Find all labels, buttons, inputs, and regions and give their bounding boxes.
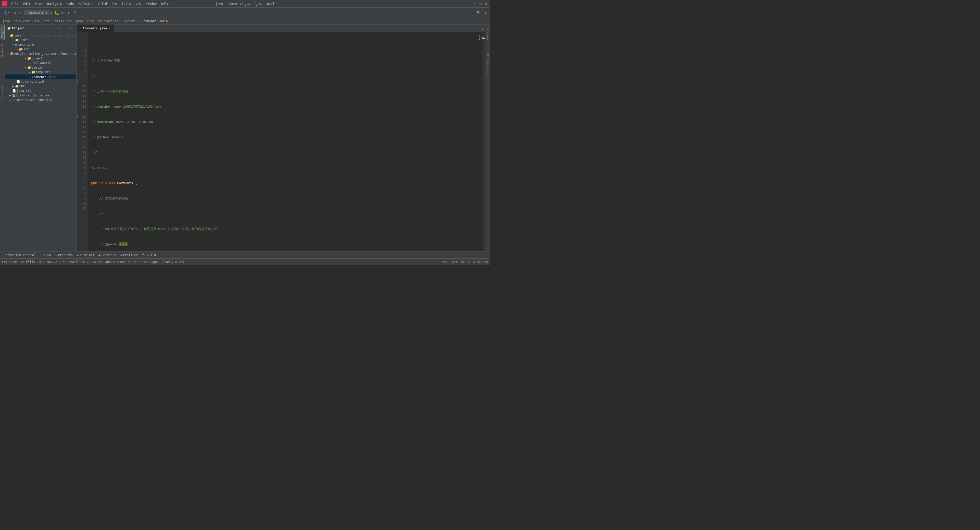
project-menu-icon[interactable]: ⚙ xyxy=(69,27,71,30)
tree-item-scratches[interactable]: ✏ Scratches and Consoles xyxy=(5,98,76,102)
run-button[interactable]: ▶ xyxy=(51,10,53,15)
tree-label-java-core: java-core xyxy=(18,43,34,46)
breadcrumb-main[interactable]: main xyxy=(161,19,168,23)
search-everywhere-button[interactable]: 🔍 xyxy=(475,10,482,16)
encoding[interactable]: UTF-8 xyxy=(461,260,470,264)
tree-arrow-icon6: ▾ xyxy=(24,57,26,60)
profiler-tab[interactable]: ◈ Profiler xyxy=(119,253,139,257)
line-numbers: 2 3 4 5 6 7 8 9▶ 10 11─ 12 13 14─ 15▶ 16… xyxy=(76,32,88,251)
indent-info[interactable]: 4 spaces xyxy=(473,260,488,264)
project-side-tab[interactable]: Project xyxy=(0,25,5,40)
breadcrumb-java-core[interactable]: java-core xyxy=(14,19,30,23)
tree-item-external-libs[interactable]: ▶ 📚 External Libraries xyxy=(5,93,76,98)
breadcrumb-foundational[interactable]: foundational xyxy=(98,19,120,23)
tab-bar: ☕ Comments.java ✕ ⋮ xyxy=(76,24,485,32)
run-gutter-icon[interactable]: ▶ xyxy=(77,78,79,84)
profile-button[interactable]: ◈ xyxy=(66,10,71,16)
services-tab[interactable]: ◉ Services xyxy=(97,253,118,257)
tab-label: Comments.java xyxy=(83,27,107,30)
build-button[interactable]: 🔨 xyxy=(72,10,79,16)
bookmarks-side-tab[interactable]: Bookmarks xyxy=(0,41,4,59)
breadcrumb-comments[interactable]: Comments xyxy=(142,19,157,23)
line-ending[interactable]: CRLF xyxy=(450,260,458,264)
menu-refactor[interactable]: Refactor xyxy=(76,2,95,6)
right-strip-spacer xyxy=(487,42,488,52)
tab-menu-icon[interactable]: ⋮ xyxy=(481,27,484,30)
back-button[interactable]: ◁ xyxy=(12,10,17,16)
maximize-button[interactable]: □ xyxy=(479,2,482,6)
tree-item-template[interactable]: ▾ 📁 template xyxy=(5,70,76,75)
app-logo: J xyxy=(2,1,7,6)
code-content[interactable]: // 文档注释的使用 /** * 三种Java注释的使用 * @author t… xyxy=(88,32,485,251)
vcs-button[interactable]: 👤 ▾ xyxy=(2,10,11,16)
breadcrumb-java2[interactable]: java xyxy=(75,19,83,23)
tree-item-comments[interactable]: ☕ Comments 源文件 xyxy=(5,75,76,79)
tree-item-java-core-iml[interactable]: 📄 java-core.iml xyxy=(5,79,76,84)
menu-navigate[interactable]: Navigate xyxy=(45,2,64,6)
tree-item-object[interactable]: ▾ 📁 object xyxy=(5,56,76,61)
tree-item-package[interactable]: ▾ 📦 net.ittimeline.java.core.foundationa… xyxy=(5,51,76,56)
line-12: 12 xyxy=(78,94,86,99)
tree-item-idea[interactable]: ▾ 📁 .idea xyxy=(5,38,76,42)
menu-file[interactable]: File xyxy=(9,2,21,6)
coverage-button[interactable]: ▶ xyxy=(60,10,65,16)
breadcrumb-syntax[interactable]: syntax xyxy=(124,19,135,23)
build-label: Build xyxy=(147,253,156,257)
close-button[interactable]: ✕ xyxy=(484,2,488,6)
tree-item-out[interactable]: ▶ 📁 out xyxy=(5,84,76,89)
menu-run[interactable]: Run xyxy=(110,2,119,6)
menu-window[interactable]: Window xyxy=(143,2,159,6)
project-panel: 📁 Project ▾ ⊙ ☰ ⇅ ⚙ ─ ▾ 📁 java D:\projec… xyxy=(5,24,76,251)
menu-vcs[interactable]: VCS xyxy=(134,2,143,6)
menu-build[interactable]: Build xyxy=(95,2,109,6)
minimize-button[interactable]: ─ xyxy=(473,2,477,6)
tree-item-syntax[interactable]: ▾ 📁 syntax xyxy=(5,65,76,70)
breadcrumb-java[interactable]: java xyxy=(3,19,10,23)
menu-code[interactable]: Code xyxy=(65,2,76,6)
locate-icon[interactable]: ⊙ xyxy=(58,27,60,30)
menu-help[interactable]: Help xyxy=(159,2,171,6)
menu-edit[interactable]: Edit xyxy=(21,2,33,6)
tree-icon-syntax: 📁 xyxy=(27,66,31,69)
structure-side-tab[interactable]: Structure xyxy=(0,84,4,102)
version-control-tab[interactable]: ⎇ Version Control xyxy=(2,253,37,257)
expand-icon[interactable]: ⇅ xyxy=(65,27,67,30)
run-config-selector[interactable]: ☕ Comments ▾ xyxy=(24,10,49,15)
code-editor[interactable]: 2 3 4 5 6 7 8 9▶ 10 11─ 12 13 14─ 15▶ 16… xyxy=(76,32,485,251)
problems-tab[interactable]: ⚠ Problems xyxy=(54,253,74,257)
close-panel-icon[interactable]: ─ xyxy=(72,27,74,30)
run-gutter-icon2[interactable]: ▶ xyxy=(77,114,79,119)
todo-tab[interactable]: ☰ TODO xyxy=(38,253,52,257)
line-6: 6 xyxy=(78,58,86,63)
cursor-position[interactable]: 19:1 xyxy=(440,260,447,264)
breadcrumb: java › java-core › src › net › ittimelin… xyxy=(0,18,490,24)
line-25: 25 xyxy=(78,165,86,170)
line-18: 18 xyxy=(78,130,86,135)
tab-close-button[interactable]: ✕ xyxy=(108,27,111,30)
settings-button[interactable]: ⚙ xyxy=(483,10,488,16)
menu-view[interactable]: View xyxy=(33,2,45,6)
breadcrumb-ittimeline[interactable]: ittimeline xyxy=(53,19,72,23)
breadcrumb-core[interactable]: core xyxy=(87,19,94,23)
profiler-label: Profiler xyxy=(123,253,138,257)
terminal-tab[interactable]: ▶ Terminal xyxy=(75,253,96,257)
notifications-side-tab[interactable]: Notifications xyxy=(486,52,490,76)
tree-item-java[interactable]: ▾ 📁 java D:\projects\java\ittimeline\jav… xyxy=(5,33,76,38)
debug-button[interactable]: 🐛 xyxy=(54,10,59,15)
tree-item-helloworld[interactable]: ☕ HelloWorld xyxy=(5,61,76,65)
database-side-tab[interactable]: Database xyxy=(486,25,490,42)
run-config-icon: ☕ xyxy=(26,11,28,14)
tree-item-java-iml[interactable]: 📄 java.iml xyxy=(5,89,76,93)
collapse-icon[interactable]: ☰ xyxy=(61,27,64,30)
tree-label-object: object xyxy=(32,57,43,60)
terminal-label: Terminal xyxy=(80,253,95,257)
breadcrumb-src[interactable]: src xyxy=(34,19,40,23)
forward-button[interactable]: ▷ xyxy=(18,10,23,16)
menu-tools[interactable]: Tools xyxy=(119,2,133,6)
build-tab[interactable]: 🔨 Build xyxy=(140,253,158,257)
breadcrumb-net[interactable]: net xyxy=(44,19,49,23)
tree-item-src[interactable]: ▾ 📂 src xyxy=(5,47,76,51)
tree-item-java-core[interactable]: ▾ ◼ java-core xyxy=(5,42,76,47)
tab-comments-java[interactable]: ☕ Comments.java ✕ xyxy=(76,24,114,32)
problems-label: Problems xyxy=(58,253,73,257)
